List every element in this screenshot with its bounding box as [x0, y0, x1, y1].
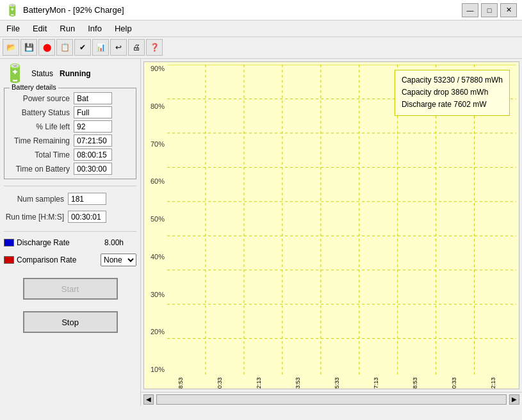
power-source-label: Power source	[10, 94, 74, 103]
tooltip-line2: Capacity drop 3860 mWh	[402, 86, 503, 99]
menu-bar: File Edit Run Info Help	[0, 20, 522, 37]
stop-button[interactable]: Stop	[23, 311, 118, 333]
x-label-8: 03:50:33	[447, 377, 460, 389]
total-time-value: 08:00:15	[74, 149, 112, 161]
time-on-battery-label: Time on Battery	[10, 165, 74, 174]
tooltip-line3: Discharge rate 7602 mW	[402, 99, 503, 111]
scroll-right-button[interactable]: ▶	[509, 394, 519, 405]
x-label-4: 03:43:53	[291, 377, 304, 389]
comparison-rate-swatch	[4, 256, 14, 264]
tooltip-line1: Capacity 53230 / 57880 mWh	[402, 74, 503, 86]
x-label-5: 03:45:33	[330, 377, 343, 389]
x-label-1: 03:38:53	[174, 377, 186, 389]
toolbar-record[interactable]: ⬤	[38, 39, 55, 56]
time-on-battery-value: 00:30:00	[74, 163, 112, 175]
scroll-left-button[interactable]: ◀	[143, 394, 154, 405]
discharge-rate-row: Discharge Rate 8.00h	[4, 238, 136, 247]
y-label-60: 60%	[145, 177, 167, 185]
battery-details-group: Battery details Power source Bat Battery…	[4, 88, 136, 179]
main-area: 🔋 Status Running Battery details Power s…	[0, 59, 522, 406]
menu-edit[interactable]: Edit	[26, 22, 53, 35]
time-remaining-label: Time Remaining	[10, 136, 74, 145]
toolbar-print[interactable]: 🖨	[128, 39, 145, 56]
y-axis-labels: 90% 80% 70% 60% 50% 40% 30% 20% 10%	[144, 62, 167, 376]
power-source-value: Bat	[74, 92, 112, 104]
toolbar-open[interactable]: 📂	[3, 39, 19, 56]
scroll-track[interactable]	[156, 394, 507, 405]
battery-status-label: Battery Status	[10, 108, 74, 117]
x-label-6: 03:47:13	[369, 377, 382, 389]
menu-info[interactable]: Info	[81, 22, 108, 35]
y-label-30: 30%	[145, 291, 167, 298]
y-label-70: 70%	[145, 140, 167, 148]
toolbar-check[interactable]: ✔	[74, 39, 91, 56]
y-label-50: 50%	[145, 215, 167, 223]
discharge-rate-value: 8.00h	[104, 238, 136, 247]
menu-help[interactable]: Help	[108, 22, 138, 35]
life-left-value: 92	[74, 120, 112, 133]
status-label: Status	[31, 69, 58, 78]
x-label-2: 03:40:33	[213, 377, 225, 389]
x-axis-labels: 03:38:53 03:40:33 03:42:13 03:43:53 03:4…	[167, 376, 519, 389]
toolbar-help[interactable]: ❓	[146, 39, 163, 56]
scroll-bar: ◀ ▶	[141, 392, 522, 406]
y-label-80: 80%	[145, 102, 167, 110]
minimize-button[interactable]: —	[462, 3, 478, 17]
x-label-9: 03:52:13	[486, 377, 499, 389]
left-panel: 🔋 Status Running Battery details Power s…	[0, 59, 141, 406]
num-samples-value: 181	[68, 193, 106, 205]
window-title: BatteryMon - [92% Charge]	[23, 5, 124, 15]
battery-status-icon: 🔋	[4, 63, 26, 84]
battery-status-value: Full	[74, 106, 112, 118]
discharge-rate-swatch	[4, 239, 14, 246]
discharge-rate-label: Discharge Rate	[17, 238, 102, 247]
x-label-7: 03:48:53	[408, 377, 421, 389]
toolbar-clipboard[interactable]: 📋	[56, 39, 73, 56]
y-label-10: 10%	[145, 366, 167, 373]
life-left-label: % Life left	[10, 122, 74, 131]
y-label-20: 20%	[145, 328, 167, 335]
comparison-rate-row: Comparison Rate None	[4, 254, 136, 266]
x-label-3: 03:42:13	[252, 377, 265, 389]
run-time-value: 00:30:01	[68, 211, 106, 223]
menu-file[interactable]: File	[0, 22, 26, 35]
y-label-90: 90%	[145, 65, 167, 72]
status-value: Running	[60, 69, 91, 78]
chart-tooltip: Capacity 53230 / 57880 mWh Capacity drop…	[395, 70, 510, 116]
close-button[interactable]: ✕	[500, 3, 517, 17]
chart-area: 90% 80% 70% 60% 50% 40% 30% 20% 10%	[141, 59, 522, 406]
y-label-40: 40%	[145, 253, 167, 261]
start-button[interactable]: Start	[23, 278, 118, 300]
comparison-rate-select[interactable]: None	[101, 254, 136, 266]
toolbar-undo[interactable]: ↩	[110, 39, 127, 56]
comparison-rate-label: Comparison Rate	[17, 255, 98, 264]
chart-container: 90% 80% 70% 60% 50% 40% 30% 20% 10%	[143, 61, 519, 389]
num-samples-label: Num samples	[4, 195, 68, 204]
app-icon: 🔋	[5, 3, 19, 17]
battery-details-title: Battery details	[10, 83, 58, 91]
time-remaining-value: 07:21:50	[74, 134, 112, 147]
total-time-label: Total Time	[10, 150, 74, 159]
title-bar: 🔋 BatteryMon - [92% Charge] — □ ✕	[0, 0, 522, 20]
status-row: 🔋 Status Running	[4, 63, 136, 84]
run-time-label: Run time [H:M:S]	[4, 213, 68, 222]
toolbar-save[interactable]: 💾	[20, 39, 37, 56]
toolbar-chart[interactable]: 📊	[92, 39, 109, 56]
maximize-button[interactable]: □	[481, 3, 498, 17]
menu-run[interactable]: Run	[53, 22, 81, 35]
toolbar: 📂 💾 ⬤ 📋 ✔ 📊 ↩ 🖨 ❓	[0, 37, 522, 59]
